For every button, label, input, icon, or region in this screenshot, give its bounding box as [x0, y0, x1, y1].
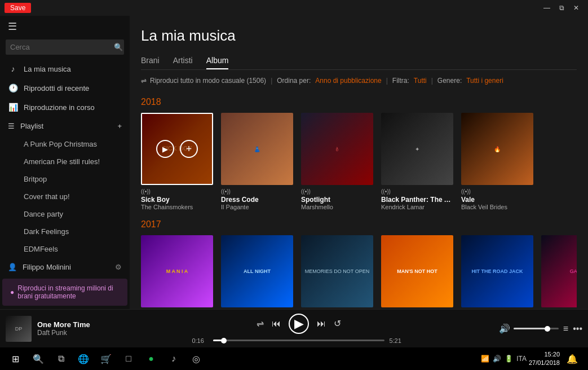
sidebar-playlist-dance[interactable]: Dance party [0, 205, 130, 223]
album-artist: Kendrick Lamar [381, 204, 453, 210]
menu-icon[interactable]: ☰ [0, 16, 130, 37]
clock[interactable]: 15:20 27/01/2018 [529, 350, 560, 368]
playlist-label: EDMFeels [24, 245, 58, 253]
album-gang[interactable]: GANG ((•)) GANG (feat. Kris Kiss) Merk &… [541, 235, 577, 309]
main-content: La mia musica Brani Artisti Album ⇌ Ripr… [130, 16, 588, 309]
taskbar-edge[interactable]: 🌐 [73, 349, 94, 369]
tab-album[interactable]: Album [206, 52, 229, 69]
start-button[interactable]: ⊞ [2, 347, 28, 370]
album-vale[interactable]: 🔥 ((•)) Vale Black Veil Brides [461, 113, 533, 210]
np-title: One More Time [37, 320, 105, 329]
volume-thumb [545, 326, 550, 332]
album-mania[interactable]: M A N I A ((•)) M A N I A Fall Out Boy [141, 235, 213, 309]
taskbar-store[interactable]: 🛒 [96, 349, 116, 369]
network-icon[interactable]: 📶 [481, 355, 489, 363]
search-icon: 🔍 [109, 39, 127, 55]
album-dress-code[interactable]: 👗 ((•)) Dress Code Il Pagante [221, 113, 293, 210]
albums-row-2018: SICK BOY ▶ + ((•)) Sick Boy The Chainsmo… [141, 113, 577, 210]
playlist-label: American Pie still rules! [24, 157, 100, 166]
close-button[interactable]: ✕ [569, 3, 583, 13]
taskbar-spotify[interactable]: ● [141, 349, 161, 369]
search-input[interactable] [6, 39, 109, 55]
sidebar-playlist-cover[interactable]: Cover that up! [0, 188, 130, 205]
sidebar-playlist-dark[interactable]: Dark Feelings [0, 223, 130, 240]
np-time-total: 5:21 [389, 337, 406, 344]
taskbar-files[interactable]: □ [118, 349, 139, 369]
album-all-night[interactable]: ALL NIGHT ((•)) All Night Steve Aoki [221, 235, 293, 309]
battery-icon[interactable]: 🔋 [505, 355, 513, 363]
notification-button[interactable]: 🔔 [562, 349, 582, 369]
volume-tray-icon[interactable]: 🔊 [493, 355, 501, 363]
album-spotlight[interactable]: 🕯 ((•)) Spotlight Marshmello [301, 113, 373, 210]
album-type: ((•)) [461, 188, 533, 195]
shuffle-text: Riproduci tutto in modo casuale (1506) [150, 77, 266, 85]
sort-value[interactable]: Anno di pubblicazione [315, 77, 381, 85]
playlist-label: Dark Feelings [24, 227, 69, 236]
np-time-current: 0:16 [192, 337, 209, 344]
album-artist: Marshmello [301, 204, 373, 210]
queue-button[interactable]: ≡ [563, 324, 568, 334]
sidebar-item-la-mia-musica[interactable]: ♪ La mia musica [0, 59, 130, 78]
album-name: Vale [461, 196, 533, 204]
shuffle-icon: ⇌ [141, 77, 147, 85]
sidebar-playlist-edmfeels[interactable]: EDMFeels [0, 240, 130, 258]
taskbar-task-view[interactable]: ⧉ [51, 349, 71, 369]
toolbar: ⇌ Riproduci tutto in modo casuale (1506)… [130, 77, 588, 85]
tab-artisti[interactable]: Artisti [173, 52, 193, 69]
shuffle-button[interactable]: ⇌ [257, 318, 264, 329]
album-artist: Black Veil Brides [461, 204, 533, 210]
user-item[interactable]: 👤 Filippo Molinini ⚙ [0, 258, 130, 276]
playing-icon: 📊 [8, 103, 18, 112]
minimize-button[interactable]: — [539, 3, 555, 13]
sidebar-playlist-britpop[interactable]: Britpop [0, 170, 130, 188]
clock-date: 27/01/2018 [529, 359, 560, 367]
playlist-section-label: Playlist [20, 122, 43, 130]
album-sick-boy[interactable]: SICK BOY ▶ + ((•)) Sick Boy The Chainsmo… [141, 113, 213, 210]
taskbar-search[interactable]: 🔍 [28, 349, 48, 369]
repeat-button[interactable]: ↺ [334, 318, 341, 329]
restore-button[interactable]: ⧉ [555, 3, 569, 13]
shuffle-button[interactable]: ⇌ Riproduci tutto in modo casuale (1506) [141, 77, 266, 85]
album-black-panther[interactable]: ✦ ((•)) Black Panther: The Album Kendric… [381, 113, 453, 210]
album-hit-the-road[interactable]: HIT THE ROAD JACK ((•)) Hit The Road Jac… [461, 235, 533, 309]
sidebar-playlist-american-pie[interactable]: American Pie still rules! [0, 153, 130, 170]
filter-value[interactable]: Tutti [414, 77, 427, 85]
sidebar: ☰ 🔍 ♪ La mia musica 🕐 Riprodotti di rece… [0, 16, 130, 309]
taskbar-groove[interactable]: ♪ [163, 349, 184, 369]
save-button[interactable]: Save [5, 3, 31, 13]
clock-time: 15:20 [529, 350, 560, 359]
genre-label: Genere: [437, 77, 462, 85]
now-playing-bar: DP One More Time Daft Punk ⇌ ⏮ ▶ ⏭ ↺ 0:1… [0, 309, 588, 347]
more-button[interactable]: ••• [573, 324, 582, 334]
tab-brani[interactable]: Brani [141, 52, 160, 69]
add-icon[interactable]: + [180, 140, 198, 158]
prev-button[interactable]: ⏮ [272, 319, 281, 329]
album-name: Sick Boy [141, 196, 213, 204]
np-progress-bar[interactable] [213, 340, 384, 341]
next-button[interactable]: ⏭ [317, 319, 326, 329]
play-icon[interactable]: ▶ [156, 140, 174, 158]
gear-icon[interactable]: ⚙ [115, 263, 122, 271]
promo-text: Riproduci in streaming milioni di brani … [17, 284, 120, 300]
album-memories[interactable]: MEMORIES DO NOT OPEN ((•)) Memories...Do… [301, 235, 373, 309]
taskbar-right: 📶 🔊 🔋 ITA 15:20 27/01/2018 🔔 [481, 349, 586, 369]
play-button[interactable]: ▶ [289, 314, 309, 334]
playlist-section[interactable]: ☰ Playlist + [0, 117, 130, 135]
genre-value[interactable]: Tutti i generi [466, 77, 503, 85]
sidebar-item-riproduzione[interactable]: 📊 Riproduzione in corso [0, 98, 130, 117]
main-layout: ☰ 🔍 ♪ La mia musica 🕐 Riprodotti di rece… [0, 16, 588, 309]
playlist-label: A Punk Pop Christmas [24, 140, 97, 148]
sidebar-playlist-punk-christmas[interactable]: A Punk Pop Christmas [0, 135, 130, 153]
main-header: La mia musica Brani Artisti Album [130, 16, 588, 77]
sidebar-item-riprodotti[interactable]: 🕐 Riprodotti di recente [0, 78, 130, 98]
add-playlist-icon[interactable]: + [117, 122, 122, 130]
system-tray: 📶 🔊 🔋 ITA [481, 355, 527, 363]
volume-bar[interactable] [514, 328, 559, 329]
album-mans-not-hot[interactable]: MAN'S NOT HOT ((•)) Man's Not Hot Big Sh… [381, 235, 453, 309]
taskbar-target[interactable]: ◎ [186, 349, 206, 369]
spotify-promo[interactable]: ● Riproduci in streaming milioni di bran… [2, 279, 127, 306]
volume-fill [514, 328, 547, 329]
recent-icon: 🕐 [8, 83, 18, 92]
np-artist: Daft Punk [37, 329, 105, 337]
np-progress-thumb [221, 338, 227, 343]
